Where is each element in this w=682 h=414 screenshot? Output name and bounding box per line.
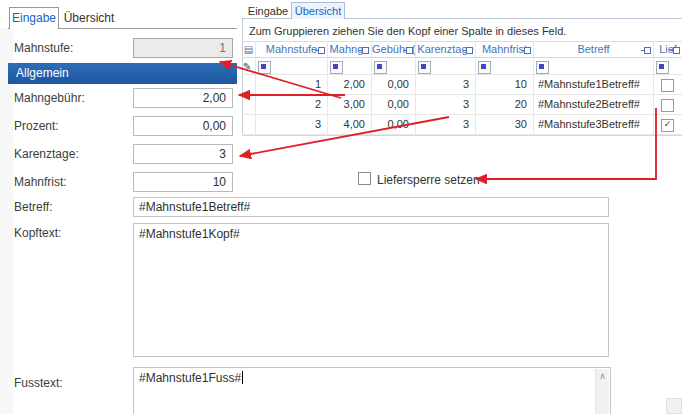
- betreff-field[interactable]: #Mahnstufe1Betreff#: [133, 197, 609, 217]
- cell-liefersperre-checkbox[interactable]: [661, 99, 674, 112]
- cell-betreff[interactable]: #Mahnstufe3Betreff#: [534, 115, 654, 134]
- cell-gebuehr[interactable]: 0,00: [372, 95, 416, 114]
- filter-edit-cell: ✎: [242, 59, 256, 74]
- filter-button-icon[interactable]: [330, 61, 343, 74]
- filter-cell-betreff[interactable]: [534, 59, 654, 74]
- mahnstufen-config-window: Eingabe Übersicht Mahnstufe: 1 Allgemein…: [0, 0, 682, 414]
- cell-mahnfrist[interactable]: 30: [476, 115, 534, 134]
- column-header-gebuehr[interactable]: Gebühr (: [372, 42, 416, 57]
- grid-row-3[interactable]: 3 4,00 0,00 3 30 #Mahnstufe3Betreff# ✓: [242, 115, 682, 135]
- edit-pencil-icon: ✎: [242, 61, 251, 72]
- row-indicator: [242, 95, 256, 114]
- filter-cell-mahngebuehr[interactable]: [328, 59, 372, 74]
- group-by-hint: Zum Gruppieren ziehen Sie den Kopf einer…: [249, 25, 566, 37]
- mahnstufe-field[interactable]: 1: [133, 38, 233, 58]
- fusstext-label: Fusstext:: [14, 376, 126, 392]
- liefersperre-checkbox[interactable]: [358, 172, 371, 185]
- column-header-label: Betreff: [577, 43, 609, 55]
- filter-cell-karenztage[interactable]: [416, 59, 476, 74]
- pin-icon[interactable]: [670, 46, 680, 54]
- pin-icon[interactable]: [403, 46, 413, 54]
- betreff-label: Betreff:: [14, 200, 126, 216]
- kopftext-label: Kopftext:: [14, 226, 126, 242]
- cell-liefersperre-checkbox[interactable]: [661, 79, 674, 92]
- liefersperre-label: Liefersperre setzen: [377, 173, 480, 187]
- scroll-up-icon[interactable]: ∧: [599, 371, 606, 381]
- grid-tab-uebersicht[interactable]: Übersicht: [291, 2, 345, 19]
- cell-karenztage[interactable]: 3: [416, 95, 476, 114]
- left-margin-strip: [0, 28, 13, 414]
- filter-button-icon[interactable]: [374, 61, 387, 74]
- grid-tab-eingabe[interactable]: Eingabe: [246, 4, 290, 19]
- grid-row-1[interactable]: 1 2,00 0,00 3 10 #Mahnstufe1Betreff#: [242, 75, 682, 95]
- mahnfrist-field[interactable]: 10: [133, 172, 233, 192]
- pin-icon[interactable]: [521, 46, 531, 54]
- filter-cell-gebuehr[interactable]: [372, 59, 416, 74]
- mahngebuehr-field[interactable]: 2,00: [133, 88, 233, 108]
- column-header-karenztage[interactable]: Karenztage: [416, 42, 476, 57]
- cell-mahnstufe[interactable]: 3: [256, 115, 328, 134]
- cell-karenztage[interactable]: 3: [416, 75, 476, 94]
- cell-mahngebuehr[interactable]: 3,00: [328, 95, 372, 114]
- kopftext-value: #Mahnstufe1Kopf#: [139, 227, 240, 241]
- filter-button-icon[interactable]: [418, 61, 431, 74]
- pin-icon[interactable]: [359, 46, 369, 54]
- text-cursor: [242, 371, 243, 384]
- prozent-field[interactable]: 0,00: [133, 116, 233, 136]
- cell-gebuehr[interactable]: 0,00: [372, 115, 416, 134]
- kopftext-field[interactable]: #Mahnstufe1Kopf#: [133, 223, 609, 357]
- row-indicator-header: ▤: [242, 42, 256, 57]
- fusstext-value: #Mahnstufe1Fuss#: [139, 371, 241, 385]
- mahnfrist-label: Mahnfrist:: [14, 175, 126, 191]
- cell-mahnfrist[interactable]: 10: [476, 75, 534, 94]
- filter-button-icon[interactable]: [478, 61, 491, 74]
- cell-betreff[interactable]: #Mahnstufe2Betreff#: [534, 95, 654, 114]
- row-indicator: [242, 75, 256, 94]
- cell-mahngebuehr[interactable]: 2,00: [328, 75, 372, 94]
- mahnstufe-label: Mahnstufe:: [14, 41, 126, 57]
- fusstext-scrollbar[interactable]: ∧: [595, 369, 609, 414]
- filter-cell-lief[interactable]: [654, 59, 682, 74]
- grid-filter-row: ✎: [242, 59, 682, 75]
- column-header-lief[interactable]: Lief: [654, 42, 682, 57]
- mahngebuehr-label: Mahngebühr:: [14, 91, 126, 107]
- cell-karenztage[interactable]: 3: [416, 115, 476, 134]
- section-header-allgemein: Allgemein: [8, 63, 237, 84]
- pin-icon[interactable]: [463, 46, 473, 54]
- column-header-mahnstufe[interactable]: Mahnstufe: [256, 42, 328, 57]
- filter-button-icon[interactable]: [536, 61, 549, 74]
- cell-mahnstufe[interactable]: 1: [256, 75, 328, 94]
- filter-button-icon[interactable]: [258, 61, 271, 74]
- check-icon: ✓: [664, 119, 672, 129]
- pin-icon[interactable]: [641, 46, 651, 54]
- grid-bottom-border: [242, 135, 682, 136]
- tab-eingabe[interactable]: Eingabe: [9, 7, 59, 29]
- karenztage-label: Karenztage:: [14, 147, 126, 163]
- grid-header-row: ▤ Mahnstufe Mahnge Gebühr ( Karenztage M…: [242, 41, 682, 58]
- fusstext-field[interactable]: #Mahnstufe1Fuss# ∧: [133, 367, 611, 414]
- karenztage-field[interactable]: 3: [133, 144, 233, 164]
- column-header-mahngebuehr[interactable]: Mahnge: [328, 42, 372, 57]
- cell-mahnfrist[interactable]: 20: [476, 95, 534, 114]
- cell-liefersperre-checkbox-checked[interactable]: ✓: [661, 119, 674, 132]
- prozent-label: Prozent:: [14, 119, 126, 135]
- column-header-mahnfrist[interactable]: Mahnfrist: [476, 42, 534, 57]
- filter-cell-mahnstufe[interactable]: [256, 59, 328, 74]
- column-header-betreff[interactable]: Betreff: [534, 42, 654, 57]
- grid-indicator-icon: ▤: [244, 44, 253, 55]
- pin-icon[interactable]: [315, 46, 325, 54]
- cell-mahngebuehr[interactable]: 4,00: [328, 115, 372, 134]
- filter-button-icon[interactable]: [656, 61, 669, 74]
- grid-row-2[interactable]: 2 3,00 0,00 3 20 #Mahnstufe2Betreff#: [242, 95, 682, 115]
- column-header-label: Mahnstufe: [266, 43, 317, 55]
- cell-betreff[interactable]: #Mahnstufe1Betreff#: [534, 75, 654, 94]
- scrollbar-corner: [666, 398, 682, 414]
- cell-gebuehr[interactable]: 0,00: [372, 75, 416, 94]
- filter-cell-mahnfrist[interactable]: [476, 59, 534, 74]
- row-indicator: [242, 115, 256, 134]
- tab-uebersicht[interactable]: Übersicht: [59, 9, 119, 29]
- cell-mahnstufe[interactable]: 2: [256, 95, 328, 114]
